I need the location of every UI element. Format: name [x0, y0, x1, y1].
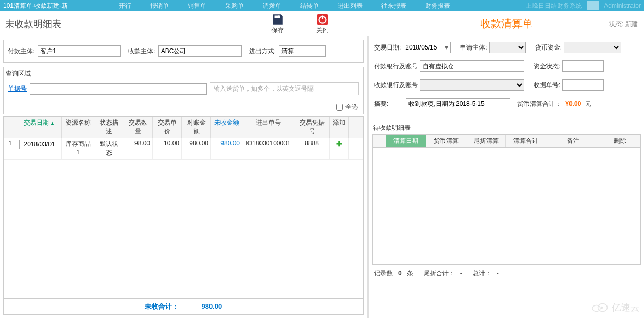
payer-label: 付款主体:	[8, 47, 34, 56]
receipt-no-input[interactable]	[562, 79, 604, 91]
topbar-right: 上峰日日结财务系统 Administrator	[526, 1, 641, 10]
pending-grid: 清算日期 货币清算 尾折清算 清算合计 备注 删除	[372, 134, 641, 265]
trade-date-label: 交易日期:	[374, 43, 401, 52]
left-form: 付款主体: 收款主体: 进出方式:	[3, 40, 364, 63]
cell-unpaid: 980.00	[211, 138, 242, 159]
right-panel: 交易日期: ▾ 申请主体: 货币资金: 付款银行及账号 资金状态: 收款银行及账…	[369, 36, 644, 318]
save-label: 保存	[271, 26, 284, 35]
close-button[interactable]: 关闭	[316, 13, 329, 35]
doc-no-link[interactable]: 单据号	[8, 84, 27, 93]
top-nav: 开行 报销单 销售单 采购单 调拨单 结转单 进出列表 往来报表 财务报表	[109, 2, 460, 10]
nav-item[interactable]: 财务报表	[416, 2, 460, 10]
payer-input[interactable]	[38, 45, 121, 57]
pay-bank-label: 付款银行及账号	[374, 62, 418, 71]
summary-input[interactable]	[406, 98, 510, 109]
col-io[interactable]: 进出单号	[242, 117, 294, 138]
pcol-delete[interactable]: 删除	[600, 135, 640, 147]
trade-date-input[interactable]: ▾	[403, 42, 451, 53]
nav-item[interactable]: 调拨单	[253, 2, 291, 10]
records-unit: 条	[407, 270, 413, 277]
chevron-down-icon[interactable]: ▾	[443, 44, 450, 51]
left-panel: 付款主体: 收款主体: 进出方式: 查询区域 单据号 输入送货单，如多个，以英文…	[0, 36, 369, 318]
unpaid-grid: 交易日期▲ 资源名称 状态描述 交易数量 交易单价 对账金额 未收金额 进出单号…	[3, 116, 364, 315]
col-price[interactable]: 交易单价	[153, 117, 182, 138]
svg-point-6	[601, 307, 603, 309]
query-title: 查询区域	[4, 68, 363, 79]
nav-item[interactable]: 往来报表	[372, 2, 416, 10]
page-title-right: 收款清算单	[480, 17, 532, 31]
pcol-total[interactable]: 清算合计	[506, 135, 546, 147]
doc-no-input[interactable]	[30, 83, 207, 95]
col-status[interactable]: 状态描述	[94, 117, 123, 138]
currency-fund-select[interactable]	[564, 42, 621, 53]
user-label[interactable]: Administrator	[604, 2, 641, 9]
col-date[interactable]: 交易日期▲	[17, 117, 62, 138]
nav-item[interactable]: 报销单	[141, 2, 178, 10]
col-voucher[interactable]: 交易凭据号	[294, 117, 330, 138]
doc-no-hint: 输入送货单，如多个，以英文逗号隔	[210, 82, 359, 95]
col-res[interactable]: 资源名称	[62, 117, 94, 138]
nav-item[interactable]: 销售单	[178, 2, 216, 10]
save-button[interactable]: 保存	[271, 13, 284, 35]
close-label: 关闭	[316, 26, 329, 35]
currency-total-value: ¥0.00	[565, 100, 581, 107]
nav-item[interactable]: 采购单	[216, 2, 253, 10]
cell-qty: 98.00	[123, 138, 153, 159]
row-index: 1	[4, 138, 17, 159]
query-section: 查询区域 单据号 输入送货单，如多个，以英文逗号隔 全选	[3, 67, 364, 114]
watermark: 亿速云	[591, 301, 640, 314]
pcol-currency[interactable]: 货币清算	[426, 135, 466, 147]
foot-value: 980.00	[201, 302, 222, 310]
recv-bank-label: 收款银行及账号	[374, 81, 418, 90]
pending-section: 待收款明细表 清算日期 货币清算 尾折清算 清算合计 备注 删除 记录数 0 条	[369, 121, 644, 282]
applicant-select[interactable]	[489, 42, 526, 53]
pending-footer: 记录数 0 条 尾折合计： - 总计： -	[369, 265, 644, 282]
pending-title: 待收款明细表	[369, 121, 644, 134]
select-all-checkbox[interactable]	[336, 104, 343, 111]
cell-date[interactable]	[17, 138, 62, 159]
total-label: 总计：	[473, 270, 491, 277]
cell-status: 默认状态	[94, 138, 123, 159]
summary-label: 摘要:	[374, 100, 388, 108]
cell-add[interactable]: ✚	[330, 138, 349, 159]
close-icon	[316, 13, 329, 26]
pay-bank-input[interactable]	[420, 60, 524, 72]
fund-status-input[interactable]	[562, 60, 604, 72]
foot-label: 未收合计：	[145, 302, 179, 310]
inout-label: 进出方式:	[249, 47, 276, 56]
cell-price: 10.00	[153, 138, 182, 159]
col-amt[interactable]: 对账金额	[182, 117, 211, 138]
cell-res: 库存商品1	[62, 138, 94, 159]
recv-bank-select[interactable]	[420, 79, 524, 91]
payee-input[interactable]	[158, 45, 242, 57]
applicant-label: 申请主体:	[460, 43, 487, 52]
payee-label: 收款主体:	[128, 47, 155, 56]
select-all-label: 全选	[345, 103, 358, 111]
pcol-remark[interactable]: 备注	[546, 135, 600, 147]
nav-item[interactable]: 进出列表	[328, 2, 372, 10]
svg-rect-0	[278, 15, 279, 17]
table-row[interactable]: 1 库存商品1 默认状态 98.00 10.00 980.00 980.00 I…	[4, 138, 363, 160]
status-badge: 状态: 新建	[609, 20, 638, 29]
receipt-no-label: 收据单号:	[534, 81, 560, 90]
cell-io: IO18030100001	[242, 138, 294, 159]
records-value: 0	[398, 270, 402, 277]
window-title: 101清算单-收款新建-新	[3, 2, 68, 10]
save-icon	[271, 13, 284, 26]
cloud-icon	[591, 302, 610, 313]
nav-item[interactable]: 结转单	[291, 2, 328, 10]
col-qty[interactable]: 交易数量	[123, 117, 153, 138]
col-blank	[4, 117, 17, 138]
pcol-blank	[373, 135, 386, 147]
avatar[interactable]	[587, 1, 599, 10]
col-add[interactable]: 添加	[330, 117, 349, 138]
pcol-date[interactable]: 清算日期	[386, 135, 426, 147]
pcol-tail[interactable]: 尾折清算	[466, 135, 506, 147]
grid-footer: 未收合计： 980.00	[4, 298, 363, 314]
cell-voucher: 8888	[294, 138, 330, 159]
inout-input[interactable]	[279, 45, 326, 57]
col-unpaid[interactable]: 未收金额	[211, 117, 242, 138]
nav-item[interactable]: 开行	[109, 2, 141, 10]
sort-asc-icon: ▲	[50, 120, 55, 126]
plus-icon[interactable]: ✚	[336, 140, 342, 148]
